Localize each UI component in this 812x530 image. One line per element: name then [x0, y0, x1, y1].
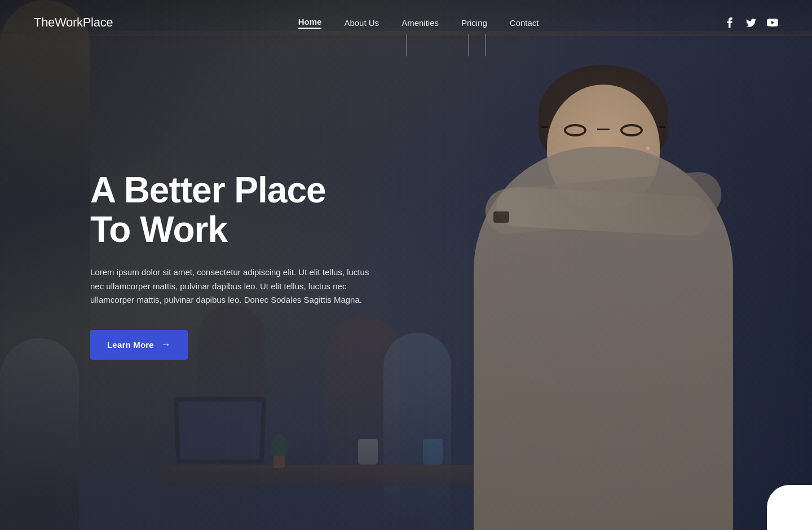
hero-content: A Better Place To Work Lorem ipsum dolor…	[90, 170, 378, 360]
nav-link-home[interactable]: Home	[298, 17, 322, 29]
corner-decoration	[767, 485, 812, 530]
navbar: TheWorkPlace Home About Us Amenities Pri…	[0, 0, 812, 45]
nav-links: Home About Us Amenities Pricing Contact	[298, 17, 539, 29]
hero-section: TheWorkPlace Home About Us Amenities Pri…	[0, 0, 812, 530]
brand-logo[interactable]: TheWorkPlace	[34, 15, 113, 30]
nav-link-pricing[interactable]: Pricing	[461, 18, 487, 28]
youtube-icon[interactable]	[767, 17, 778, 28]
twitter-icon[interactable]	[745, 17, 757, 28]
nav-link-contact[interactable]: Contact	[510, 18, 539, 28]
hero-subtitle: Lorem ipsum dolor sit amet, consectetur …	[90, 266, 378, 307]
learn-more-button[interactable]: Learn More →	[90, 330, 188, 360]
nav-link-amenities[interactable]: Amenities	[401, 18, 439, 28]
hero-person	[440, 34, 767, 530]
arrow-icon: →	[161, 339, 171, 351]
person-body	[474, 147, 733, 530]
hero-title: A Better Place To Work	[90, 170, 378, 250]
social-links	[724, 17, 778, 28]
nav-link-about[interactable]: About Us	[344, 18, 379, 28]
facebook-icon[interactable]	[724, 17, 735, 28]
